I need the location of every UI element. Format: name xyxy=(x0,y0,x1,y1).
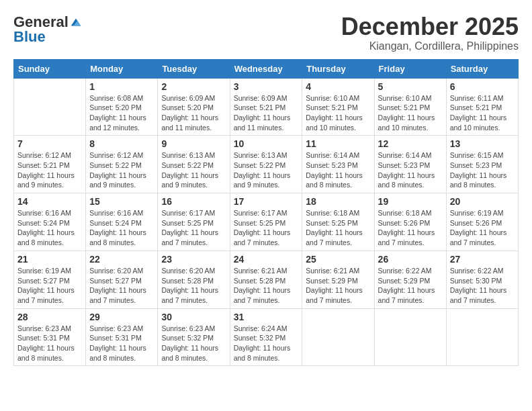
day-info: Sunrise: 6:19 AMSunset: 5:27 PMDaylight:… xyxy=(17,266,82,306)
calendar-cell: 14Sunrise: 6:16 AMSunset: 5:24 PMDayligh… xyxy=(14,193,86,251)
day-info: Sunrise: 6:15 AMSunset: 5:23 PMDaylight:… xyxy=(450,150,515,190)
calendar-cell: 31Sunrise: 6:24 AMSunset: 5:32 PMDayligh… xyxy=(230,308,302,366)
day-info: Sunrise: 6:18 AMSunset: 5:26 PMDaylight:… xyxy=(378,208,443,248)
day-info: Sunrise: 6:09 AMSunset: 5:20 PMDaylight:… xyxy=(161,93,226,133)
calendar-cell: 23Sunrise: 6:20 AMSunset: 5:28 PMDayligh… xyxy=(158,250,230,308)
calendar-cell: 21Sunrise: 6:19 AMSunset: 5:27 PMDayligh… xyxy=(14,250,86,308)
day-info: Sunrise: 6:13 AMSunset: 5:22 PMDaylight:… xyxy=(161,150,226,190)
logo-blue-text: Blue xyxy=(13,28,46,46)
calendar-cell: 9Sunrise: 6:13 AMSunset: 5:22 PMDaylight… xyxy=(158,136,230,193)
day-info: Sunrise: 6:17 AMSunset: 5:25 PMDaylight:… xyxy=(234,208,299,248)
day-info: Sunrise: 6:23 AMSunset: 5:31 PMDaylight:… xyxy=(89,324,154,363)
day-info: Sunrise: 6:10 AMSunset: 5:21 PMDaylight:… xyxy=(306,93,370,133)
day-number: 24 xyxy=(234,254,299,265)
calendar-cell xyxy=(14,78,86,136)
calendar-cell: 6Sunrise: 6:11 AMSunset: 5:21 PMDaylight… xyxy=(446,78,518,136)
header-friday: Friday xyxy=(374,59,446,78)
day-number: 5 xyxy=(378,81,443,92)
day-number: 26 xyxy=(378,254,443,265)
day-number: 28 xyxy=(17,312,82,322)
day-number: 10 xyxy=(234,138,299,149)
day-info: Sunrise: 6:20 AMSunset: 5:28 PMDaylight:… xyxy=(161,266,226,306)
calendar-week-row: 28Sunrise: 6:23 AMSunset: 5:31 PMDayligh… xyxy=(14,308,519,366)
day-number: 7 xyxy=(17,138,82,149)
day-info: Sunrise: 6:21 AMSunset: 5:28 PMDaylight:… xyxy=(234,266,299,306)
day-number: 29 xyxy=(89,312,154,322)
header-monday: Monday xyxy=(86,59,158,78)
calendar-week-row: 21Sunrise: 6:19 AMSunset: 5:27 PMDayligh… xyxy=(14,250,519,308)
day-number: 30 xyxy=(161,312,226,322)
day-number: 8 xyxy=(89,138,154,149)
calendar-week-row: 1Sunrise: 6:08 AMSunset: 5:20 PMDaylight… xyxy=(14,78,519,136)
calendar-cell: 13Sunrise: 6:15 AMSunset: 5:23 PMDayligh… xyxy=(446,136,518,193)
day-number: 21 xyxy=(17,254,82,265)
day-number: 13 xyxy=(450,138,515,149)
calendar-cell: 25Sunrise: 6:21 AMSunset: 5:29 PMDayligh… xyxy=(302,250,374,308)
day-number: 27 xyxy=(450,254,515,265)
day-info: Sunrise: 6:12 AMSunset: 5:21 PMDaylight:… xyxy=(17,150,82,190)
day-number: 15 xyxy=(89,196,154,207)
day-info: Sunrise: 6:23 AMSunset: 5:31 PMDaylight:… xyxy=(17,324,82,363)
header-saturday: Saturday xyxy=(446,59,518,78)
calendar-cell: 28Sunrise: 6:23 AMSunset: 5:31 PMDayligh… xyxy=(14,308,86,366)
month-title: December 2025 xyxy=(341,13,519,40)
day-number: 20 xyxy=(450,196,515,207)
day-info: Sunrise: 6:16 AMSunset: 5:24 PMDaylight:… xyxy=(89,208,154,248)
calendar-cell: 5Sunrise: 6:10 AMSunset: 5:21 PMDaylight… xyxy=(374,78,446,136)
calendar-cell xyxy=(302,308,374,366)
calendar-cell: 7Sunrise: 6:12 AMSunset: 5:21 PMDaylight… xyxy=(14,136,86,193)
day-info: Sunrise: 6:14 AMSunset: 5:23 PMDaylight:… xyxy=(306,150,370,190)
calendar-cell: 17Sunrise: 6:17 AMSunset: 5:25 PMDayligh… xyxy=(230,193,302,251)
day-info: Sunrise: 6:19 AMSunset: 5:26 PMDaylight:… xyxy=(450,208,515,248)
day-info: Sunrise: 6:13 AMSunset: 5:22 PMDaylight:… xyxy=(234,150,299,190)
calendar-cell: 1Sunrise: 6:08 AMSunset: 5:20 PMDaylight… xyxy=(86,78,158,136)
page-header: General Blue December 2025 Kiangan, Cord… xyxy=(13,13,519,52)
day-info: Sunrise: 6:14 AMSunset: 5:23 PMDaylight:… xyxy=(378,150,443,190)
calendar-cell xyxy=(446,308,518,366)
calendar-cell: 20Sunrise: 6:19 AMSunset: 5:26 PMDayligh… xyxy=(446,193,518,251)
calendar-cell: 27Sunrise: 6:22 AMSunset: 5:30 PMDayligh… xyxy=(446,250,518,308)
day-info: Sunrise: 6:21 AMSunset: 5:29 PMDaylight:… xyxy=(306,266,370,306)
calendar-cell: 15Sunrise: 6:16 AMSunset: 5:24 PMDayligh… xyxy=(86,193,158,251)
calendar-cell: 2Sunrise: 6:09 AMSunset: 5:20 PMDaylight… xyxy=(158,78,230,136)
header-tuesday: Tuesday xyxy=(158,59,230,78)
day-number: 3 xyxy=(234,81,299,92)
day-info: Sunrise: 6:18 AMSunset: 5:25 PMDaylight:… xyxy=(306,208,370,248)
calendar-cell: 24Sunrise: 6:21 AMSunset: 5:28 PMDayligh… xyxy=(230,250,302,308)
calendar-week-row: 14Sunrise: 6:16 AMSunset: 5:24 PMDayligh… xyxy=(14,193,519,251)
day-number: 11 xyxy=(306,138,370,149)
day-info: Sunrise: 6:09 AMSunset: 5:21 PMDaylight:… xyxy=(234,93,299,133)
day-number: 17 xyxy=(234,196,299,207)
calendar-cell: 10Sunrise: 6:13 AMSunset: 5:22 PMDayligh… xyxy=(230,136,302,193)
day-info: Sunrise: 6:11 AMSunset: 5:21 PMDaylight:… xyxy=(450,93,515,133)
day-info: Sunrise: 6:22 AMSunset: 5:29 PMDaylight:… xyxy=(378,266,443,306)
day-info: Sunrise: 6:17 AMSunset: 5:25 PMDaylight:… xyxy=(161,208,226,248)
calendar-week-row: 7Sunrise: 6:12 AMSunset: 5:21 PMDaylight… xyxy=(14,136,519,193)
day-number: 31 xyxy=(234,312,299,322)
location-subtitle: Kiangan, Cordillera, Philippines xyxy=(341,40,519,52)
calendar-cell: 12Sunrise: 6:14 AMSunset: 5:23 PMDayligh… xyxy=(374,136,446,193)
calendar-cell: 11Sunrise: 6:14 AMSunset: 5:23 PMDayligh… xyxy=(302,136,374,193)
day-number: 16 xyxy=(161,196,226,207)
calendar-cell: 8Sunrise: 6:12 AMSunset: 5:22 PMDaylight… xyxy=(86,136,158,193)
day-number: 19 xyxy=(378,196,443,207)
calendar-cell: 16Sunrise: 6:17 AMSunset: 5:25 PMDayligh… xyxy=(158,193,230,251)
day-number: 4 xyxy=(306,81,370,92)
day-number: 2 xyxy=(161,81,226,92)
day-number: 12 xyxy=(378,138,443,149)
calendar-cell: 26Sunrise: 6:22 AMSunset: 5:29 PMDayligh… xyxy=(374,250,446,308)
day-number: 22 xyxy=(89,254,154,265)
calendar-cell xyxy=(374,308,446,366)
calendar-cell: 18Sunrise: 6:18 AMSunset: 5:25 PMDayligh… xyxy=(302,193,374,251)
calendar-table: SundayMondayTuesdayWednesdayThursdayFrid… xyxy=(13,59,519,367)
day-number: 1 xyxy=(89,81,154,92)
day-number: 9 xyxy=(161,138,226,149)
logo-icon xyxy=(70,16,82,28)
calendar-header-row: SundayMondayTuesdayWednesdayThursdayFrid… xyxy=(14,59,519,78)
day-info: Sunrise: 6:08 AMSunset: 5:20 PMDaylight:… xyxy=(89,93,154,133)
day-info: Sunrise: 6:24 AMSunset: 5:32 PMDaylight:… xyxy=(234,324,299,363)
calendar-cell: 30Sunrise: 6:23 AMSunset: 5:32 PMDayligh… xyxy=(158,308,230,366)
header-thursday: Thursday xyxy=(302,59,374,78)
day-number: 25 xyxy=(306,254,370,265)
logo: General Blue xyxy=(13,13,82,46)
